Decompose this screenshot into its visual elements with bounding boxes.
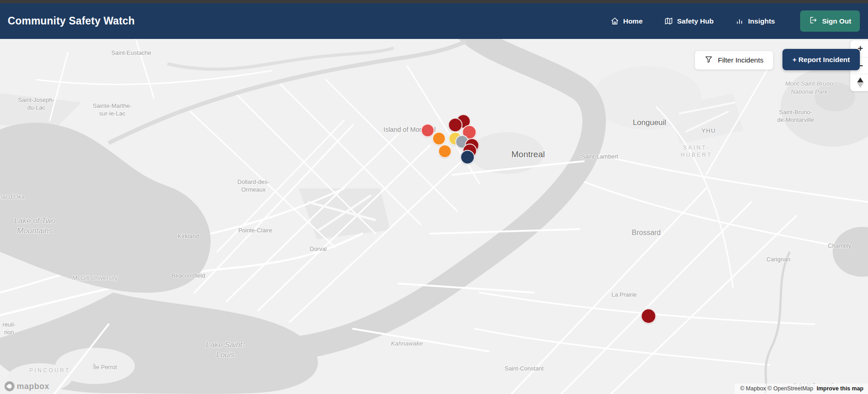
bar-chart-icon [735, 17, 744, 25]
compass-button[interactable] [850, 74, 868, 91]
sign-out-label: Sign Out [822, 17, 851, 25]
app-title: Community Safety Watch [8, 15, 135, 27]
window-top-strip [0, 0, 868, 3]
mapbox-logo-text: mapbox [17, 382, 49, 391]
sign-out-icon [809, 16, 817, 26]
map-icon [664, 17, 673, 25]
nav-item-safety-hub[interactable]: Safety Hub [664, 17, 714, 25]
filter-incidents-label: Filter Incidents [718, 56, 763, 64]
map-attribution: © Mapbox © OpenStreetMap Improve this ma… [734, 384, 868, 394]
basemap-art [0, 39, 868, 394]
app-header: Community Safety Watch Home Safety Hub [0, 3, 868, 39]
attribution-improve-link[interactable]: Improve this map [817, 385, 864, 392]
mapbox-logo-icon [5, 381, 14, 391]
sign-out-button[interactable]: Sign Out [800, 10, 860, 32]
home-icon [610, 17, 619, 25]
nav-item-insights[interactable]: Insights [735, 17, 775, 25]
attribution-osm-link[interactable]: © OpenStreetMap [768, 385, 813, 392]
nav-item-label: Safety Hub [677, 17, 714, 25]
app-root: Community Safety Watch Home Safety Hub [0, 0, 868, 394]
incident-marker[interactable] [641, 308, 656, 324]
incident-marker[interactable] [460, 150, 475, 164]
funnel-icon [705, 55, 713, 65]
incident-marker[interactable] [438, 144, 452, 158]
compass-icon [857, 77, 863, 88]
incident-marker[interactable] [432, 132, 446, 145]
main-nav: Home Safety Hub Insights [610, 10, 860, 32]
incident-marker[interactable] [448, 118, 463, 132]
nav-item-home[interactable]: Home [610, 17, 643, 25]
mapbox-logo[interactable]: mapbox [5, 381, 49, 391]
attribution-mapbox-link[interactable]: © Mapbox [740, 385, 766, 392]
nav-item-label: Insights [748, 17, 775, 25]
report-incident-button[interactable]: + Report Incident [782, 49, 860, 70]
nav-item-label: Home [623, 17, 643, 25]
map-canvas[interactable]: Saint-EustacheSaint-Joseph- du-LacSainte… [0, 39, 868, 394]
filter-incidents-button[interactable]: Filter Incidents [695, 51, 773, 70]
